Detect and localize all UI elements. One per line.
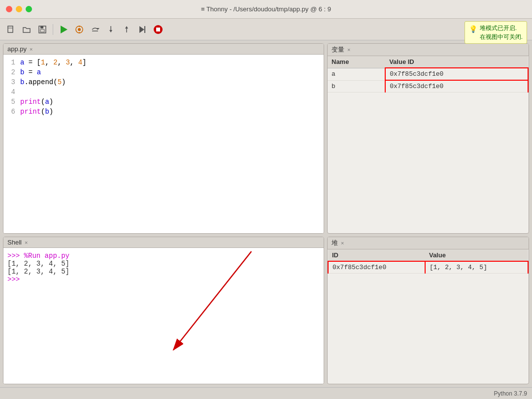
heap-table-container: ID Value 0x7f85c3dcf1e0 [1, 2, 3, 4, 5] <box>328 249 529 384</box>
svg-rect-3 <box>40 26 43 29</box>
bulb-icon: 💡 <box>469 24 477 34</box>
main-content: app.py × 1 a = [1, 2, 3, 4] 2 b = a 3 b.… <box>0 40 532 387</box>
code-text-3: b.append(5) <box>20 78 322 88</box>
var-name-a: a <box>328 68 385 80</box>
code-line-3: 3 b.append(5) <box>5 78 322 88</box>
window-controls <box>6 6 32 12</box>
step-out-button[interactable] <box>120 23 133 36</box>
code-text-5: print(a) <box>20 98 322 108</box>
svg-marker-16 <box>139 26 144 33</box>
heap-val-cell: [1, 2, 3, 4, 5] <box>425 261 528 274</box>
variables-panel: 变量 × Name Value ID a 0x7f85c3dcf1e0 <box>327 43 529 234</box>
code-line-2: 2 b = a <box>5 68 322 78</box>
title-text: ≡ Thonny - /Users/doudou/tmp/app.py @ 6 … <box>201 5 331 13</box>
hint-line1: 堆模式已开启. <box>480 24 523 32</box>
debug-button[interactable] <box>72 23 86 36</box>
line-num-3: 3 <box>5 78 20 88</box>
close-button[interactable] <box>6 6 12 12</box>
bottom-row: Shell × >>> %Run app.py [1, 2, 3, 4, 5] … <box>3 237 529 384</box>
shell-prompt-run: >>> <box>7 252 24 260</box>
shell-run-command: %Run app.py <box>24 252 69 260</box>
editor-body[interactable]: 1 a = [1, 2, 3, 4] 2 b = a 3 b.append(5)… <box>3 55 324 233</box>
svg-point-7 <box>78 28 81 31</box>
line-num-1: 1 <box>5 59 20 68</box>
svg-rect-4 <box>40 30 44 32</box>
shell-tab[interactable]: Shell × <box>3 237 324 248</box>
code-text-4 <box>20 88 322 98</box>
variables-tab[interactable]: 变量 × <box>328 44 529 56</box>
shell-tab-label: Shell <box>7 239 22 246</box>
minimize-button[interactable] <box>16 6 22 12</box>
toolbar: 💡 堆模式已开启. 在视图中可关闭. <box>0 19 532 40</box>
svg-rect-0 <box>8 26 13 32</box>
svg-marker-15 <box>125 26 128 29</box>
var-row-b: b 0x7f85c3dcf1e0 <box>328 80 528 92</box>
var-col-value-id: Value ID <box>385 56 528 68</box>
var-value-b: 0x7f85c3dcf1e0 <box>385 80 528 92</box>
variables-table-container: Name Value ID a 0x7f85c3dcf1e0 b 0x7f85c… <box>328 56 529 233</box>
editor-tab-label: app.py <box>7 45 27 53</box>
svg-rect-19 <box>156 28 160 31</box>
variables-tab-label: 变量 <box>332 45 344 54</box>
shell-tab-close[interactable]: × <box>25 240 28 246</box>
titlebar: ≡ Thonny - /Users/doudou/tmp/app.py @ 6 … <box>0 0 532 19</box>
python-version: Python 3.7.9 <box>494 390 527 397</box>
svg-marker-13 <box>109 30 112 32</box>
editor-tab[interactable]: app.py × <box>3 44 324 55</box>
heap-panel: 堆 × ID Value 0x7f85c3dcf1e0 [1, 2, 3, 4, <box>327 237 529 384</box>
step-over-button[interactable] <box>88 23 102 36</box>
code-line-1: 1 a = [1, 2, 3, 4] <box>5 59 322 68</box>
heap-row-1: 0x7f85c3dcf1e0 [1, 2, 3, 4, 5] <box>328 261 528 274</box>
line-num-2: 2 <box>5 68 20 78</box>
resume-button[interactable] <box>135 23 149 36</box>
shell-run-line: >>> %Run app.py <box>7 252 320 260</box>
hint-line2: 在视图中可关闭. <box>480 32 523 41</box>
run-button[interactable] <box>57 23 70 36</box>
heap-tab-close[interactable]: × <box>341 240 344 246</box>
shell-prompt-indicator: >>> <box>7 276 20 283</box>
heap-tab-label: 堆 <box>332 239 338 247</box>
code-line-5: 5 print(a) <box>5 98 322 108</box>
var-row-a: a 0x7f85c3dcf1e0 <box>328 68 528 80</box>
line-num-4: 4 <box>5 88 20 98</box>
code-text-2: b = a <box>20 68 322 78</box>
editor-tab-close[interactable]: × <box>30 46 33 52</box>
heap-id-cell: 0x7f85c3dcf1e0 <box>328 261 425 274</box>
step-into-button[interactable] <box>104 23 118 36</box>
maximize-button[interactable] <box>26 6 32 12</box>
shell-panel: Shell × >>> %Run app.py [1, 2, 3, 4, 5] … <box>3 237 324 384</box>
line-num-6: 6 <box>5 108 20 118</box>
heap-table: ID Value 0x7f85c3dcf1e0 [1, 2, 3, 4, 5] <box>328 249 529 274</box>
svg-marker-5 <box>61 26 67 33</box>
open-button[interactable] <box>20 23 33 36</box>
stop-button[interactable] <box>151 23 165 36</box>
heap-col-value: Value <box>425 249 528 261</box>
code-line-4: 4 <box>5 88 322 98</box>
var-name-b: b <box>328 80 385 92</box>
heap-tab[interactable]: 堆 × <box>328 237 529 249</box>
new-button[interactable] <box>4 23 18 36</box>
statusbar: Python 3.7.9 <box>0 387 532 399</box>
heap-col-id: ID <box>328 249 425 261</box>
shell-output-2: [1, 2, 3, 4, 5] <box>7 268 320 276</box>
shell-prompt-line: >>> <box>7 276 320 283</box>
top-row: app.py × 1 a = [1, 2, 3, 4] 2 b = a 3 b.… <box>3 43 529 234</box>
var-col-name: Name <box>328 56 385 68</box>
line-num-5: 5 <box>5 98 20 108</box>
shell-body[interactable]: >>> %Run app.py [1, 2, 3, 4, 5] [1, 2, 3… <box>3 248 324 384</box>
editor-panel: app.py × 1 a = [1, 2, 3, 4] 2 b = a 3 b.… <box>3 43 324 234</box>
toolbar-separator-1 <box>53 24 53 35</box>
code-text-6: print(b) <box>20 108 322 118</box>
save-button[interactable] <box>35 23 49 36</box>
code-text-1: a = [1, 2, 3, 4] <box>20 59 322 68</box>
variables-tab-close[interactable]: × <box>347 47 350 53</box>
variables-table: Name Value ID a 0x7f85c3dcf1e0 b 0x7f85c… <box>328 56 529 92</box>
hint-box: 💡 堆模式已开启. 在视图中可关闭. <box>465 21 527 44</box>
shell-output-1: [1, 2, 3, 4, 5] <box>7 260 320 268</box>
code-line-6: 6 print(b) <box>5 108 322 118</box>
var-value-a: 0x7f85c3dcf1e0 <box>385 68 528 80</box>
